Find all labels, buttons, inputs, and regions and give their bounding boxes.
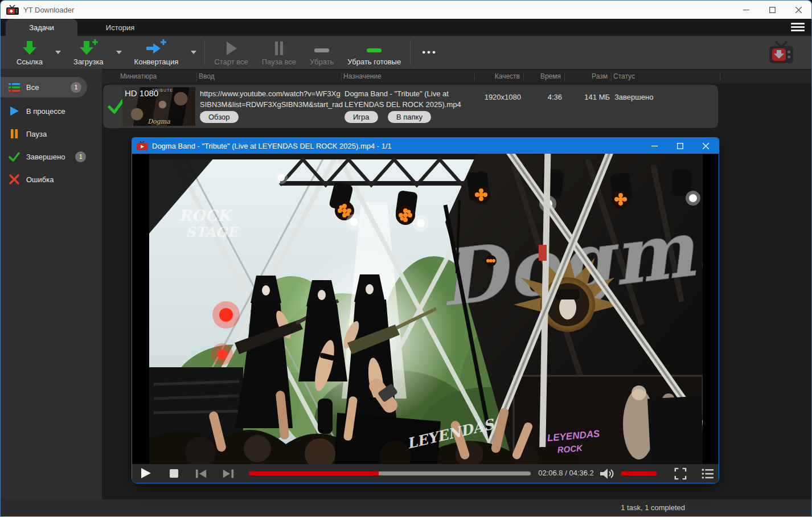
window-title: YT Downloader xyxy=(23,6,74,14)
paused-icon xyxy=(9,128,20,139)
column-divider xyxy=(523,73,524,81)
maximize-button[interactable] xyxy=(759,1,785,19)
status-bar: 1 task, 1 completed xyxy=(1,499,811,516)
svg-text:ROCK: ROCK xyxy=(179,207,233,224)
player-control-bar: 02:06.8 / 04:36.2 xyxy=(132,464,719,483)
chevron-down-icon xyxy=(55,51,61,54)
tv-download-icon xyxy=(767,40,795,64)
task-quality: 1920x1080 xyxy=(473,93,521,101)
sidebar-item-all[interactable]: Все 1 xyxy=(1,77,87,97)
convert-button[interactable]: Конвертация xyxy=(128,36,186,69)
sidebar-item-paused[interactable]: Пауза xyxy=(1,122,102,145)
task-duration: 4:36 xyxy=(527,93,562,101)
sidebar: Все 1 В процессе Пауза Завершено 1 Ошибк… xyxy=(1,69,102,499)
download-dropdown[interactable] xyxy=(110,36,128,69)
player-window: Dogma Band - "Tribute" (Live at LEYENDAS… xyxy=(132,137,719,483)
pause-icon xyxy=(274,41,284,56)
sidebar-item-inprogress[interactable]: В процессе xyxy=(1,100,102,122)
remove-completed-button[interactable]: Убрать готовые xyxy=(341,36,408,69)
player-close-button[interactable] xyxy=(693,138,719,154)
remove-dash-icon xyxy=(314,48,329,52)
stop-button[interactable] xyxy=(170,469,178,478)
app-logo-icon xyxy=(6,5,19,15)
download-plus-icon xyxy=(78,39,99,56)
sidebar-item-completed[interactable]: Завершено 1 xyxy=(1,145,102,168)
player-minimize-button[interactable] xyxy=(642,138,667,154)
tab-history[interactable]: История xyxy=(77,19,163,36)
sidebar-item-error[interactable]: Ошибка xyxy=(1,168,102,191)
all-tasks-icon xyxy=(9,81,20,93)
time-display: 02:06.8 / 04:36.2 xyxy=(538,469,594,477)
pause-all-button[interactable]: Пауза все xyxy=(255,36,303,69)
thumbnail-top-text: TRIBUTE xyxy=(152,88,173,92)
convert-dropdown[interactable] xyxy=(185,36,202,69)
header-quality: Качеств xyxy=(478,72,520,80)
player-logo-icon xyxy=(137,141,148,150)
remove-button[interactable]: Убрать xyxy=(303,36,341,69)
toolbar-separator xyxy=(410,40,411,65)
titlebar: YT Downloader xyxy=(1,1,811,19)
toolbar-separator xyxy=(204,40,205,65)
count-badge: 1 xyxy=(75,151,86,162)
browse-button[interactable]: Обзор xyxy=(200,111,239,123)
count-badge: 1 xyxy=(71,82,81,93)
previous-button[interactable] xyxy=(195,468,207,479)
status-text: 1 task, 1 completed xyxy=(621,503,685,512)
more-options-button[interactable]: ••• xyxy=(413,47,446,58)
chevron-down-icon xyxy=(191,51,196,54)
player-maximize-button[interactable] xyxy=(667,138,693,154)
video-thumbnail[interactable]: HD 1080 TRIBUTE Dogma xyxy=(122,87,195,126)
column-divider xyxy=(474,73,475,81)
app-window: YT Downloader Задачи История Ссылка xyxy=(0,0,812,517)
play-button[interactable] xyxy=(141,468,151,478)
column-divider xyxy=(611,73,612,81)
task-row[interactable]: HD 1080 TRIBUTE Dogma https://www.youtub… xyxy=(103,85,718,128)
chevron-down-icon xyxy=(116,51,122,54)
link-dropdown[interactable] xyxy=(50,36,67,69)
player-titlebar[interactable]: Dogma Band - "Tribute" (Live at LEYENDAS… xyxy=(132,138,719,154)
table-header: Миниатюра Ввод Назначение Качеств Время … xyxy=(102,70,811,84)
header-input: Ввод xyxy=(199,72,215,80)
completed-check-icon xyxy=(9,151,20,162)
app-logo-button[interactable] xyxy=(767,40,795,64)
toolbar: Ссылка Загрузка Конвертация Старт все xyxy=(1,36,811,69)
header-thumbnail: Миниатюра xyxy=(120,72,157,80)
remove-completed-dash-icon xyxy=(367,48,382,52)
error-icon xyxy=(9,174,20,185)
column-divider xyxy=(196,73,197,81)
open-folder-button[interactable]: В папку xyxy=(388,111,431,123)
thumbnail-caption: Dogma xyxy=(122,118,195,125)
download-button[interactable]: Загрузка xyxy=(67,36,110,69)
playlist-button[interactable] xyxy=(702,468,714,479)
in-progress-icon xyxy=(9,105,20,117)
close-button[interactable] xyxy=(785,1,811,19)
header-time: Время xyxy=(526,72,561,80)
video-canvas[interactable]: ROCK STAGE Dogma xyxy=(132,154,719,464)
column-divider xyxy=(564,73,565,81)
play-file-button[interactable]: Игра xyxy=(345,111,378,123)
task-destination: Dogma Band - "Tribute" (Live at LEYENDAS… xyxy=(345,89,486,110)
volume-bar-fill xyxy=(621,471,657,475)
volume-bar[interactable] xyxy=(621,471,657,475)
task-status: Завершено xyxy=(614,93,653,101)
fullscreen-button[interactable] xyxy=(674,467,687,480)
player-title: Dogma Band - "Tribute" (Live at LEYENDAS… xyxy=(152,142,392,150)
seek-bar[interactable] xyxy=(249,471,531,475)
next-button[interactable] xyxy=(222,468,235,479)
convert-arrow-plus-icon xyxy=(145,39,167,56)
link-button[interactable]: Ссылка xyxy=(10,36,50,69)
tab-bar: Задачи История xyxy=(1,19,811,36)
video-frame: ROCK STAGE Dogma xyxy=(149,154,703,464)
seek-bar-fill xyxy=(249,471,379,475)
tab-tasks[interactable]: Задачи xyxy=(6,19,77,36)
header-destination: Назначение xyxy=(343,72,382,80)
start-all-button[interactable]: Старт все xyxy=(207,36,255,69)
hamburger-menu-icon[interactable] xyxy=(791,23,805,33)
header-size: Разм xyxy=(567,72,608,80)
minimize-button[interactable] xyxy=(733,1,759,19)
svg-text:STAGE: STAGE xyxy=(186,224,240,240)
speaker-icon[interactable] xyxy=(599,467,614,480)
play-icon xyxy=(225,41,237,56)
column-divider xyxy=(341,73,342,81)
column-divider xyxy=(720,73,720,81)
